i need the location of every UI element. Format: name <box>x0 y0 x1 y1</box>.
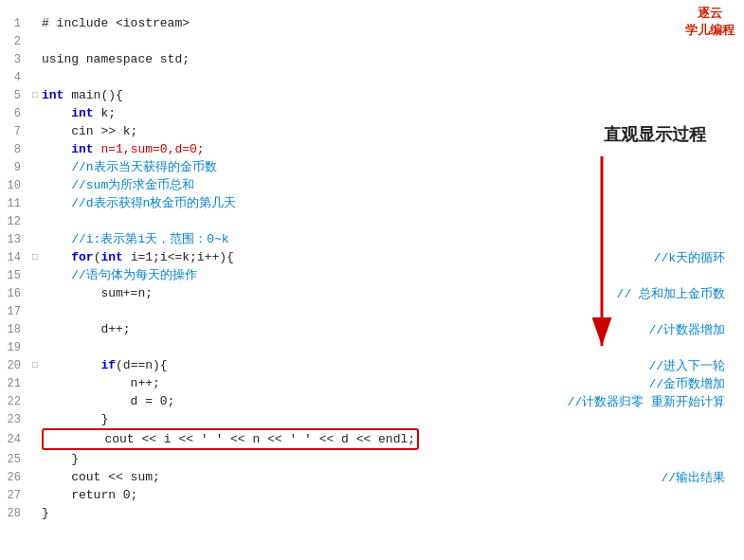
code-line: 24 cout << i << ' ' << n << ' ' << d << … <box>0 428 744 450</box>
code-token: //语句体为每天的操作 <box>42 268 197 282</box>
watermark: 逐云 学儿编程 <box>685 5 735 39</box>
code-line: 20□ if(d==n){//进入下一轮 <box>0 356 744 374</box>
code-token: cout << sum; <box>42 470 160 484</box>
fold-icon: □ <box>28 90 42 100</box>
code-text: d++; <box>42 320 744 338</box>
code-token: int <box>100 250 122 264</box>
code-text: int main(){ <box>42 86 744 104</box>
code-line: 9 //n表示当天获得的金币数 <box>0 158 744 176</box>
line-number: 17 <box>0 305 28 318</box>
line-number: 8 <box>0 143 28 156</box>
line-number: 28 <box>0 507 28 520</box>
code-token <box>42 358 100 372</box>
line-number: 1 <box>0 17 28 30</box>
code-token: int <box>42 106 94 120</box>
code-text: for(int i=1;i<=k;i++){ <box>42 248 744 266</box>
code-token: cin >> k; <box>42 124 137 138</box>
code-text: # include <iostream> <box>42 14 744 32</box>
code-token: (d==n){ <box>116 358 168 372</box>
code-line: 27 return 0; <box>0 486 744 504</box>
code-line: 19 <box>0 338 744 356</box>
code-token: for <box>71 250 93 264</box>
code-text: if(d==n){ <box>42 356 744 374</box>
code-line: 1# include <iostream> <box>0 14 744 32</box>
code-token: sum+=n; <box>42 286 153 300</box>
inline-comment: //输出结果 <box>661 469 725 486</box>
code-token: d++; <box>42 322 131 336</box>
code-line: 28} <box>0 504 744 522</box>
line-number: 16 <box>0 287 28 300</box>
code-line: 3using namespace std; <box>0 50 744 68</box>
code-token: n=1,sum=0,d=0; <box>94 142 205 156</box>
code-token: return 0; <box>42 488 137 502</box>
line-number: 21 <box>0 377 28 390</box>
inline-comment: //计数器归零 重新开始计算 <box>568 393 725 410</box>
line-number: 23 <box>0 413 28 426</box>
code-line: 2 <box>0 32 744 50</box>
line-number: 7 <box>0 125 28 138</box>
code-token: int <box>71 142 93 156</box>
code-line: 13 //i:表示第i天，范围：0~k <box>0 230 744 248</box>
code-token: if <box>100 358 116 372</box>
line-number: 26 <box>0 471 28 484</box>
fold-icon: □ <box>28 360 42 370</box>
code-token: i=1;i<=k;i++){ <box>123 250 234 264</box>
code-token: main(){ <box>64 88 122 102</box>
code-token: # include <iostream> <box>42 16 190 30</box>
code-text: //语句体为每天的操作 <box>42 266 744 284</box>
code-line: 23 } <box>0 410 744 428</box>
code-text: using namespace std; <box>42 50 744 68</box>
code-line: 4 <box>0 68 744 86</box>
code-text: //n表示当天获得的金币数 <box>42 158 744 176</box>
inline-comment: //k天的循环 <box>654 249 725 266</box>
line-number: 20 <box>0 359 28 372</box>
code-text: //d表示获得n枚金币的第几天 <box>42 194 744 212</box>
inline-comment: //金币数增加 <box>648 375 725 392</box>
code-token: k; <box>94 106 116 120</box>
annotation-text: 直观显示过程 <box>604 123 706 146</box>
line-number: 22 <box>0 395 28 408</box>
code-text: return 0; <box>42 486 744 504</box>
inline-comment: // 总和加上金币数 <box>617 285 725 302</box>
code-token: d = 0; <box>42 394 174 408</box>
code-token <box>42 142 71 156</box>
code-token: } <box>42 506 49 520</box>
line-number: 2 <box>0 35 28 48</box>
inline-comment: //进入下一轮 <box>648 357 725 374</box>
code-line: 26 cout << sum;//输出结果 <box>0 468 744 486</box>
code-line: 14□ for(int i=1;i<=k;i++){//k天的循环 <box>0 248 744 266</box>
code-text: int k; <box>42 104 744 122</box>
line-number: 12 <box>0 215 28 228</box>
code-text: cout << i << ' ' << n << ' ' << d << end… <box>42 428 744 450</box>
code-line: 6 int k; <box>0 104 744 122</box>
line-number: 24 <box>0 433 28 446</box>
code-token: } <box>42 452 79 466</box>
line-number: 19 <box>0 341 28 354</box>
code-text: n++; <box>42 374 744 392</box>
line-number: 4 <box>0 71 28 84</box>
code-line: 12 <box>0 212 744 230</box>
code-area: 1# include <iostream>23using namespace s… <box>0 9 744 560</box>
code-token: n++; <box>42 376 160 390</box>
code-text: } <box>42 450 744 468</box>
line-number: 5 <box>0 89 28 102</box>
code-text: //sum为所求金币总和 <box>42 176 744 194</box>
code-line: 16 sum+=n;// 总和加上金币数 <box>0 284 744 302</box>
code-line: 11 //d表示获得n枚金币的第几天 <box>0 194 744 212</box>
code-token <box>42 250 71 264</box>
code-line: 22 d = 0;//计数器归零 重新开始计算 <box>0 392 744 410</box>
code-token: //i:表示第i天，范围：0~k <box>42 232 229 246</box>
line-number: 15 <box>0 269 28 282</box>
code-line: 10 //sum为所求金币总和 <box>0 176 744 194</box>
code-text: cout << sum; <box>42 468 744 486</box>
line-number: 10 <box>0 179 28 192</box>
line-number: 18 <box>0 323 28 336</box>
line-number: 9 <box>0 161 28 174</box>
code-token: //d表示获得n枚金币的第几天 <box>42 196 236 210</box>
code-line: 15 //语句体为每天的操作 <box>0 266 744 284</box>
line-number: 13 <box>0 233 28 246</box>
code-token: } <box>42 412 108 426</box>
code-token: using namespace std; <box>42 52 190 66</box>
inline-comment: //计数器增加 <box>648 321 725 338</box>
code-text: } <box>42 410 744 428</box>
